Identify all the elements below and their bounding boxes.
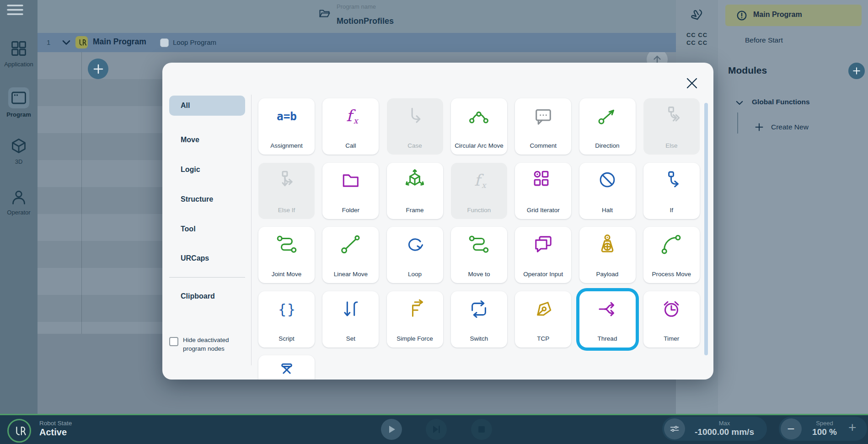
max-value: -1000.00 mm/s <box>686 427 763 437</box>
play-button[interactable] <box>381 419 402 440</box>
speed-label: Speed <box>803 420 847 427</box>
node-tile-label: Script <box>260 335 313 342</box>
stop-button[interactable] <box>471 419 492 440</box>
node-tile-payload[interactable]: Payload <box>579 227 636 283</box>
node-tile-timer[interactable]: Timer <box>643 291 700 348</box>
category-structure[interactable]: Structure <box>169 189 245 209</box>
hand-guide-button[interactable] <box>689 8 705 25</box>
node-tile-label: Halt <box>581 206 634 214</box>
direction-icon <box>595 104 620 128</box>
node-tile-label: Move to <box>453 270 505 278</box>
hide-deactivated-checkbox[interactable] <box>169 337 178 346</box>
cube-3d-icon <box>11 138 27 154</box>
max-speed-pill[interactable]: Max -1000.00 mm/s <box>662 417 767 441</box>
selected-node-label: Main Program <box>753 11 802 19</box>
node-tile-label: Call <box>324 142 377 150</box>
before-start-item[interactable]: Before Start <box>745 36 783 44</box>
category-all[interactable]: All <box>169 96 245 116</box>
status-bar: Robot State Active <box>0 414 868 444</box>
if-icon <box>659 168 684 193</box>
robot-state-logo[interactable] <box>7 419 31 443</box>
node-tile-assignment[interactable]: a=bAssignment <box>258 98 315 155</box>
speed-pill: − Speed 100 % + <box>779 417 867 441</box>
sliders-icon <box>668 423 681 435</box>
global-functions-label: Global Functions <box>752 98 810 106</box>
node-tile-circular-arc-move[interactable]: Circular Arc Move <box>451 98 507 155</box>
top-header: Program name MotionProfiles <box>38 0 676 33</box>
node-tile-label: Grid Iterator <box>517 206 569 214</box>
node-tile-label: Else <box>645 142 698 150</box>
add-node-button[interactable] <box>88 59 108 79</box>
hamburger-icon <box>7 3 23 17</box>
speed-increase-button[interactable]: + <box>848 420 857 435</box>
node-tile-case: Case <box>387 98 443 155</box>
node-tile-label: Frame <box>389 206 441 214</box>
plus-icon <box>755 123 764 132</box>
node-tile-comment[interactable]: Comment <box>515 98 571 155</box>
timer-icon <box>659 297 684 321</box>
node-tile-operator-input[interactable]: Operator Input <box>515 227 571 283</box>
node-tile-loop[interactable]: Loop <box>387 227 443 283</box>
main-program-row[interactable]: 1 Main Program Loop Program <box>38 33 676 52</box>
squiggle-move-icon <box>466 232 491 257</box>
add-module-button[interactable] <box>848 63 865 79</box>
node-tile-thread[interactable]: Thread <box>579 291 636 348</box>
dialog-close-button[interactable] <box>686 77 698 89</box>
category-tool[interactable]: Tool <box>169 219 245 239</box>
node-tile-label: Thread <box>581 335 634 342</box>
node-tile-move-to[interactable]: Move to <box>451 227 507 283</box>
tcp-icon <box>531 297 556 321</box>
node-tile-frame[interactable]: Frame <box>387 163 443 219</box>
step-button[interactable] <box>426 419 447 440</box>
svg-text:a=b: a=b <box>277 110 297 123</box>
else-if-icon <box>274 168 299 193</box>
circular-arc-move-icon <box>466 104 491 128</box>
node-tile-label: If <box>645 206 698 214</box>
node-tile-wait[interactable]: Wait <box>258 355 315 380</box>
squiggle-move-icon <box>274 232 299 257</box>
play-icon <box>386 424 396 434</box>
node-tile-tcp[interactable]: TCP <box>515 291 571 348</box>
node-tile-else: Else <box>643 98 700 155</box>
node-tile-if[interactable]: If <box>643 163 700 219</box>
tree-gutter-line <box>81 52 82 334</box>
node-tile-label: Circular Arc Move <box>453 142 505 150</box>
node-tile-halt[interactable]: Halt <box>579 163 636 219</box>
speed-decrease-button[interactable]: − <box>781 418 802 439</box>
node-tile-switch[interactable]: Switch <box>451 291 507 348</box>
chevron-down-icon <box>736 99 743 105</box>
node-tile-simple-force[interactable]: Simple Force <box>387 291 443 348</box>
node-tile-call[interactable]: fxCall <box>322 98 379 155</box>
folder-icon <box>338 168 363 193</box>
program-name-label: Program name <box>337 3 376 10</box>
node-tile-folder[interactable]: Folder <box>322 163 379 219</box>
node-tile-set[interactable]: Set <box>322 291 379 348</box>
category-clipboard[interactable]: Clipboard <box>169 286 245 306</box>
else-icon <box>659 104 684 128</box>
svg-text:}: } <box>287 301 295 317</box>
collapse-chevron-button[interactable] <box>62 39 70 46</box>
category-urcaps[interactable]: URCaps <box>169 248 245 268</box>
node-tile-joint-move[interactable]: Joint Move <box>258 227 315 283</box>
speed-settings-button[interactable] <box>664 418 685 439</box>
category-move[interactable]: Move <box>169 130 245 150</box>
assignment-icon: a=b <box>274 104 299 128</box>
sidebar-item-label: Program <box>0 111 38 118</box>
node-tile-label: Case <box>389 142 441 150</box>
category-logic[interactable]: Logic <box>169 160 245 180</box>
node-tile-linear-move[interactable]: Linear Move <box>322 227 379 283</box>
dialog-scrollbar-thumb[interactable] <box>704 103 708 355</box>
selected-node-chip[interactable]: Main Program <box>725 5 862 26</box>
node-tile-else-if: Else If <box>258 163 315 219</box>
loop-program-checkbox[interactable] <box>160 38 169 47</box>
tree-guide-line <box>737 112 738 134</box>
max-label: Max <box>686 420 763 427</box>
node-tile-label: Assignment <box>260 142 313 150</box>
node-tile-grid-iterator[interactable]: Grid Iterator <box>515 163 571 219</box>
hamburger-menu-button[interactable] <box>7 3 23 17</box>
node-tile-script[interactable]: {}Script <box>258 291 315 348</box>
svg-text:x: x <box>354 116 359 125</box>
fx-icon: fx <box>338 104 363 128</box>
node-tile-process-move[interactable]: Process Move <box>643 227 700 283</box>
node-tile-direction[interactable]: Direction <box>579 98 636 155</box>
